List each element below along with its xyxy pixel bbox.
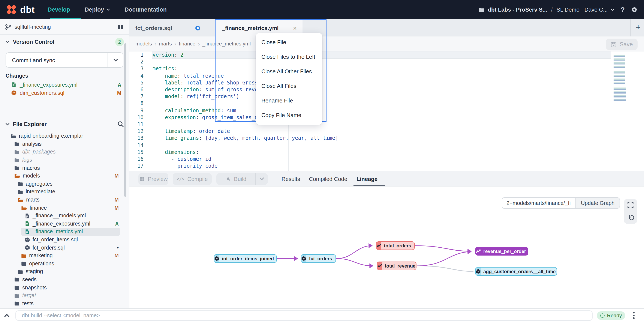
fullscreen-icon[interactable] [627,202,634,208]
build-button[interactable]: Build [216,173,256,185]
folder-icon [14,277,20,282]
account-project-switcher[interactable]: dbt Labs - ProServ S... / SL Demo - Dave… [479,7,615,13]
tree-item-analysis[interactable]: analysis [0,140,129,148]
tree-item-tests[interactable]: tests [0,299,129,307]
reset-view-icon[interactable] [627,214,634,221]
tree-item-finance-exposures-yml[interactable]: _finance_exposures.ymlA [0,220,129,228]
build-button-group: Build [216,173,268,185]
tab-results[interactable]: Results [282,171,300,186]
version-control-header[interactable]: Version Control 2 [0,35,129,49]
breadcrumb-finance[interactable]: finance [179,41,196,47]
top-navbar: dbt Develop Deploy Documentation dbt Lab… [0,0,644,19]
dbt-command-input[interactable] [16,310,592,321]
new-tab-button[interactable]: + [636,23,640,32]
code-line-15: 15 dimensions: [130,149,644,155]
tabbar-divider [630,19,631,37]
kebab-menu-icon[interactable] [633,312,634,320]
tree-item-marketing[interactable]: marketingM [0,252,129,260]
tree-item-operations[interactable]: operations [0,260,129,267]
folder-icon [18,181,23,187]
lineage-node-agg-customer-orders-all-time[interactable]: agg_customer_orders__all_time [475,267,557,276]
tree-item-marts[interactable]: martsM [0,196,129,204]
code-line-14: 14 [130,142,644,149]
breadcrumb-models[interactable]: models [136,41,152,47]
gear-icon[interactable] [631,6,638,13]
docs-book-icon[interactable] [117,24,124,30]
editor-minimap[interactable] [614,55,626,102]
tree-item-target[interactable]: target [0,291,129,299]
tree-item-models[interactable]: modelsM [0,172,129,180]
update-graph-button[interactable]: Update Graph [576,197,620,209]
lineage-selector-input[interactable] [502,197,576,209]
tree-item-intermediate[interactable]: intermediate [0,188,129,196]
tree-item-macros[interactable]: macros [0,164,129,172]
nav-deploy[interactable]: Deploy [84,7,110,13]
expand-panel-chevron-icon[interactable] [4,312,10,318]
account-name: dbt Labs - ProServ S... [488,7,547,13]
folder-icon [14,157,20,163]
changed-file-row[interactable]: dim_customers.sql M [0,89,129,97]
menu-item-copy-file-name[interactable]: Copy File Name [256,108,322,122]
folder-icon [14,301,20,306]
code-editor[interactable]: 1version: 223metrics:4 - name: total_rev… [130,52,644,171]
tree-item-fct-order-items-sql[interactable]: fct_order_items.sql [0,236,129,243]
tab-fct-orders-sql[interactable]: fct_orders.sql [130,19,215,37]
lineage-node-fct-orders[interactable]: fct_orders [301,254,336,263]
tree-item-aggregates[interactable]: aggregates [0,180,129,188]
menu-item-close-all-other[interactable]: Close All Other Files [256,64,322,79]
save-button[interactable]: Save [606,39,638,50]
tree-item-fct-orders-sql[interactable]: fct_orders.sql• [0,244,129,252]
tree-item-seeds[interactable]: seeds [0,275,129,283]
compile-button[interactable]: </> Compile [173,173,212,185]
menu-item-close-file[interactable]: Close File [256,35,322,49]
tree-item-staging[interactable]: staging [0,267,129,275]
tree-item-finance-models-yml[interactable]: _finance__models.yml [0,212,129,220]
code-line-10: 10 expression: gross_item_sales_amount [130,114,644,121]
dbt-logo[interactable]: dbt [6,4,35,15]
model-cube-icon [476,267,481,275]
code-line-3: 3metrics: [130,65,644,72]
code-line-16: 16 - customer_id [130,156,644,162]
lineage-node-total-orders[interactable]: total_orders [376,241,415,250]
commit-options-dropdown[interactable] [108,53,123,67]
tab-lineage[interactable]: Lineage [356,171,378,186]
breadcrumb: models › marts › finance › _finance_metr… [130,37,644,52]
model-cube-icon [11,90,17,96]
chevron-down-icon [5,122,10,126]
build-options-dropdown[interactable] [256,173,268,185]
tree-scrollbar[interactable] [124,43,126,197]
tab-compiled-code[interactable]: Compiled Code [309,171,347,186]
lineage-node-total-revenue[interactable]: total_revenue [377,261,416,270]
tree-item-finance-metrics-yml[interactable]: _finance_metrics.yml [0,228,129,236]
tree-item-snapshots[interactable]: snapshots [0,284,129,291]
model-cube-icon [214,255,220,262]
compile-code-icon: </> [176,176,184,181]
tree-item-finance[interactable]: financeM [0,204,129,212]
breadcrumb-slash: / [550,7,554,13]
metric-trend-icon [476,247,481,255]
tree-item-project-root[interactable]: rapid-onboarding-exemplar [0,132,129,140]
tree-item-dbt-packages[interactable]: dbt_packages [0,148,129,156]
lineage-node-revenue-per-order[interactable]: revenue_per_order [475,247,528,255]
changed-file-row[interactable]: _finance_exposures.yml A [0,81,129,89]
search-icon[interactable] [118,121,124,127]
folder-icon [21,261,26,266]
nav-documentation[interactable]: Documentation [124,7,167,13]
commit-and-sync-button[interactable]: Commit and sync [6,52,124,68]
folder-open-icon [18,197,24,203]
breadcrumb-separator: › [154,41,156,47]
file-explorer-header[interactable]: File Explorer [0,117,129,131]
preview-button[interactable]: Preview [138,173,168,185]
breadcrumb-marts[interactable]: marts [159,41,172,47]
help-icon[interactable]: ? [620,6,625,14]
menu-item-rename-file[interactable]: Rename File [256,93,322,108]
close-tab-icon[interactable]: × [293,25,296,32]
yml-file-icon [24,213,30,218]
nav-develop[interactable]: Develop [48,7,70,13]
menu-item-close-files-left[interactable]: Close Files to the Left [256,49,322,64]
version-control-title: Version Control [13,39,54,45]
menu-item-close-all[interactable]: Close All Files [256,79,322,93]
tree-item-logs[interactable]: logs [0,156,129,164]
lineage-node-int-order-items-joined[interactable]: int_order_items_joined [214,254,277,263]
lineage-panel: Update Graph int_order_items_joined [130,186,644,308]
